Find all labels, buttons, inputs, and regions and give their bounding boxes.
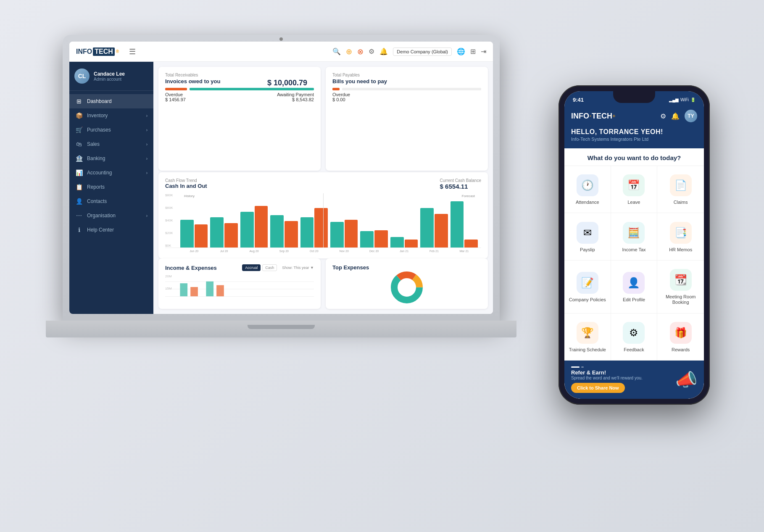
app-item[interactable]: 📝Company Policies [564,261,611,313]
income-expenses-card: Income & Expenses Accrual Cash Show: Thi… [158,258,321,309]
sidebar-label-helpcenter: Help Center [87,227,114,233]
user-info: Candace Lee Admin account [94,71,148,82]
sidebar-item-accounting[interactable]: 📊 Accounting › [69,166,153,180]
bar-orange [405,240,418,248]
receivables-label: Total Receivables [165,73,314,77]
bar-group [360,230,387,248]
x-label: Aug 20 [240,250,268,253]
bar-group [180,220,208,248]
sidebar-item-banking[interactable]: 🏦 Banking › [69,151,153,166]
sidebar-item-contacts[interactable]: 👤 Contacts [69,194,153,208]
cashflow-balance-value: $ 6554.11 [440,183,481,190]
banking-icon: 🏦 [75,155,83,162]
sales-icon: 🛍 [75,141,83,147]
company-selector[interactable]: Demo Company (Global) [393,47,452,56]
sidebar-item-reports[interactable]: 📋 Reports [69,180,153,194]
top-expenses-chart [332,271,481,304]
bar-group [450,201,478,248]
cashflow-balance-label: Current Cash Balance [440,178,481,183]
sidebar-item-sales[interactable]: 🛍 Sales › [69,137,153,151]
phone-time: 9:41 [573,97,584,103]
greeting-text: HELLO, TORRANCE YEOH! [571,128,697,136]
app-item[interactable]: 👤Edit Profile [611,261,658,313]
app-icon-wrap: 📅 [623,174,645,196]
forecast-label: Forecast [462,194,475,198]
app-item[interactable]: 📑HR Memos [657,213,704,260]
share-button[interactable]: Click to Share Now [571,383,625,393]
sidebar-item-helpcenter[interactable]: ℹ Help Center [69,223,153,237]
awaiting-value: $ 8,543.82 [277,97,314,102]
bar-teal [240,212,254,248]
hamburger-icon[interactable]: ☰ [129,47,136,56]
grid-icon[interactable]: ⊞ [470,47,476,55]
search-icon[interactable]: 🔍 [332,47,341,55]
app-item[interactable]: 📅Leave [611,166,658,213]
bar-group [420,208,448,248]
reports-icon: 📋 [75,184,83,190]
tab-cash[interactable]: Cash [262,264,277,271]
show-label[interactable]: Show: This year ▼ [282,266,314,270]
app-item[interactable]: ✉Payslip [564,213,611,260]
settings-icon[interactable]: ⚙ [369,47,374,55]
edit-profile-icon: 👤 [627,277,640,289]
app-grid: 🕐Attendance📅Leave📄Claims✉Payslip🧮Income … [564,166,704,361]
sidebar-label-inventory: Inventory [87,113,108,119]
y-axis: $80K $60K $40K $20K $0K [165,193,178,248]
sidebar-item-purchases[interactable]: 🛒 Purchases › [69,123,153,137]
app-label: Feedback [624,347,644,353]
tab-accrual[interactable]: Accrual [242,264,261,271]
phone-bell-icon[interactable]: 🔔 [671,112,680,120]
app-item[interactable]: 📆Meeting Room Booking [657,261,704,313]
laptop-body: INFO TECH ® ☰ 🔍 ⊕ ⊗ ⚙ 🔔 Demo Company (Gl… [63,35,500,321]
bar-teal [390,237,404,248]
x-label: Jul 20 [210,250,237,253]
close-circle-icon[interactable]: ⊗ [357,47,364,56]
app-item[interactable]: 🧮Income Tax [611,213,658,260]
x-label: Dec 20 [360,250,387,253]
sidebar-item-inventory[interactable]: 📦 Inventory › [69,108,153,123]
avatar: CL [74,68,90,84]
cashflow-label: Cash Flow Trend [165,178,207,183]
app-item[interactable]: 🎁Rewards [657,313,704,361]
ie-chart: 20M15M [165,274,314,300]
x-label: Jan 21 [390,250,418,253]
indicator-active [571,366,580,368]
dashboard-icon: ⊞ [75,98,83,105]
globe-icon[interactable]: 🌐 [457,47,465,55]
app-item[interactable]: 🕐Attendance [564,166,611,213]
logout-icon[interactable]: ⇥ [481,47,486,55]
receivables-amount: $ 10,000.79 [267,79,307,87]
x-label: Feb 21 [420,250,448,253]
app-item[interactable]: 📄Claims [657,166,704,213]
sidebar: CL Candace Lee Admin account ⊞ Dashboard [69,62,153,314]
phone-settings-icon[interactable]: ⚙ [660,112,666,120]
chart-title-wrap: Cash Flow Trend Cash In and Out [165,178,207,190]
phone-header: INFO - TECH ® ⚙ 🔔 TY [564,106,704,128]
bar-group [270,215,298,248]
footer-text: Refer & Earn! Spread the word and we'll … [571,366,643,393]
app-item[interactable]: ⚙Feedback [611,313,658,361]
add-icon[interactable]: ⊕ [346,47,352,56]
app-label: HR Memos [669,247,692,253]
sidebar-item-dashboard[interactable]: ⊞ Dashboard [69,94,153,108]
bar-group [390,237,418,248]
phone-avatar[interactable]: TY [685,110,697,122]
sidebar-label-banking: Banking [87,155,105,161]
signal-icon: ▂▄▆ [669,97,679,102]
app-icon-wrap: 📆 [670,269,692,291]
sidebar-item-organisation[interactable]: ⋯ Organisation › [69,208,153,223]
notification-icon[interactable]: 🔔 [379,47,388,55]
feedback-icon: ⚙ [629,327,638,339]
phone-screen: 9:41 ▂▄▆ WiFi 🔋 INFO - TECH ® ⚙ 🔔 [564,91,704,399]
cashflow-section: Cash Flow Trend Cash In and Out Current … [153,172,493,258]
receivables-card: Total Receivables Invoices owed to you $… [158,67,321,171]
laptop-base [46,321,516,337]
app-item[interactable]: 🏆Training Schedule [564,313,611,361]
payables-overdue-label: Overdue [332,92,350,97]
app-icon-wrap: ✉ [577,222,598,244]
sidebar-label-purchases: Purchases [87,127,111,133]
footer-icon-wrap: 📣 [675,369,697,390]
app-label: Rewards [672,347,690,353]
hr-memos-icon: 📑 [674,227,687,239]
bar-groups [165,201,481,248]
